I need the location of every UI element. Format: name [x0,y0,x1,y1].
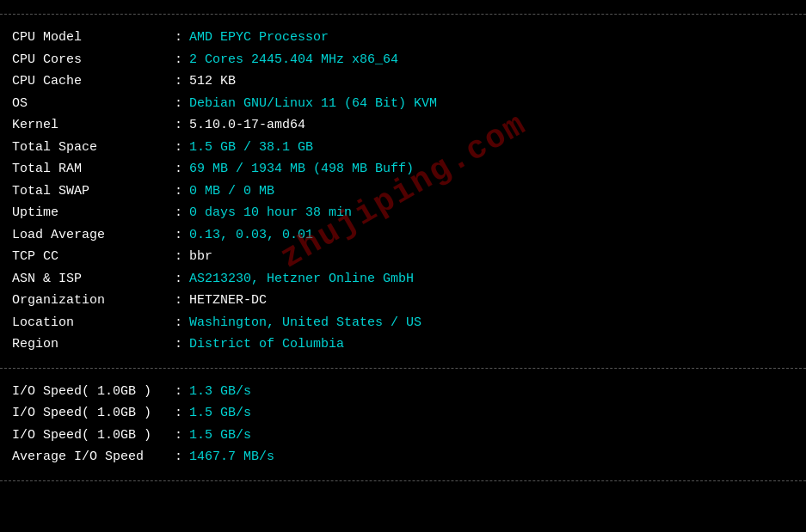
colon: : [167,93,182,115]
middle-divider [0,368,806,369]
row-value: 69 MB / 1934 MB (498 MB Buff) [189,158,414,180]
row-label: Organization [12,290,167,312]
row-value: AS213230, Hetzner Online GmbH [189,268,414,290]
io-section: I/O Speed( 1.0GB ) : 1.3 GB/s I/O Speed(… [0,376,806,474]
row-value: 1467.7 MB/s [189,446,274,468]
table-row: Average I/O Speed : 1467.7 MB/s [12,446,794,468]
row-label: Total Space [12,137,167,159]
row-label: CPU Cores [12,49,167,71]
colon: : [167,333,182,356]
table-row: Uptime : 0 days 10 hour 38 min [12,202,794,224]
row-value: 2 Cores 2445.404 MHz x86_64 [189,49,398,71]
row-value: 512 KB [189,70,236,93]
row-value: 0.13, 0.03, 0.01 [189,224,313,247]
table-row: Kernel : 5.10.0-17-amd64 [12,114,794,137]
table-row: CPU Cache : 512 KB [12,70,794,93]
row-label: Uptime [12,202,167,224]
row-value: Debian GNU/Linux 11 (64 Bit) KVM [189,93,437,115]
colon: : [167,402,182,425]
colon: : [167,224,182,247]
row-label: Average I/O Speed [12,446,167,468]
row-label: TCP CC [12,246,167,268]
row-value: 0 MB / 0 MB [189,180,274,203]
colon: : [167,137,182,159]
table-row: CPU Model : AMD EPYC Processor [12,27,794,49]
colon: : [167,446,182,468]
row-label: Load Average [12,224,167,247]
table-row: OS : Debian GNU/Linux 11 (64 Bit) KVM [12,93,794,115]
row-label: I/O Speed( 1.0GB ) [12,381,167,403]
row-value: 1.5 GB/s [189,402,251,425]
colon: : [167,70,182,93]
row-value: 1.3 GB/s [189,381,251,403]
table-row: I/O Speed( 1.0GB ) : 1.5 GB/s [12,402,794,425]
top-divider [0,14,806,15]
colon: : [167,114,182,137]
row-label: I/O Speed( 1.0GB ) [12,425,167,447]
table-row: Total SWAP : 0 MB / 0 MB [12,180,794,203]
row-label: Kernel [12,114,167,137]
colon: : [167,268,182,290]
row-label: Location [12,312,167,334]
colon: : [167,246,182,268]
colon: : [167,290,182,312]
colon: : [167,425,182,447]
row-label: Region [12,333,167,356]
table-row: I/O Speed( 1.0GB ) : 1.5 GB/s [12,425,794,447]
colon: : [167,49,182,71]
table-row: Total Space : 1.5 GB / 38.1 GB [12,137,794,159]
row-value: 1.5 GB / 38.1 GB [189,137,313,159]
row-value: Washington, United States / US [189,312,421,334]
colon: : [167,158,182,180]
row-value: bbr [189,246,212,268]
table-row: I/O Speed( 1.0GB ) : 1.3 GB/s [12,381,794,403]
colon: : [167,381,182,403]
colon: : [167,312,182,334]
row-value: HETZNER-DC [189,290,267,312]
table-row: ASN & ISP : AS213230, Hetzner Online Gmb… [12,268,794,290]
table-row: Location : Washington, United States / U… [12,312,794,334]
table-row: Region : District of Columbia [12,333,794,356]
table-row: TCP CC : bbr [12,246,794,268]
colon: : [167,202,182,224]
colon: : [167,180,182,203]
row-value: 0 days 10 hour 38 min [189,202,352,224]
row-label: Total SWAP [12,180,167,203]
row-value: 5.10.0-17-amd64 [189,114,305,137]
system-section: zhujiping.com CPU Model : AMD EPYC Proce… [0,21,806,361]
table-row: Total RAM : 69 MB / 1934 MB (498 MB Buff… [12,158,794,180]
row-value: AMD EPYC Processor [189,27,329,49]
colon: : [167,27,182,49]
row-label: Total RAM [12,158,167,180]
table-row: CPU Cores : 2 Cores 2445.404 MHz x86_64 [12,49,794,71]
row-label: I/O Speed( 1.0GB ) [12,402,167,425]
bottom-divider [0,480,806,481]
row-label: OS [12,93,167,115]
row-label: CPU Model [12,27,167,49]
row-label: ASN & ISP [12,268,167,290]
row-label: CPU Cache [12,70,167,93]
table-row: Organization : HETZNER-DC [12,290,794,312]
table-row: Load Average : 0.13, 0.03, 0.01 [12,224,794,247]
row-value: District of Columbia [189,333,344,356]
row-value: 1.5 GB/s [189,425,251,447]
